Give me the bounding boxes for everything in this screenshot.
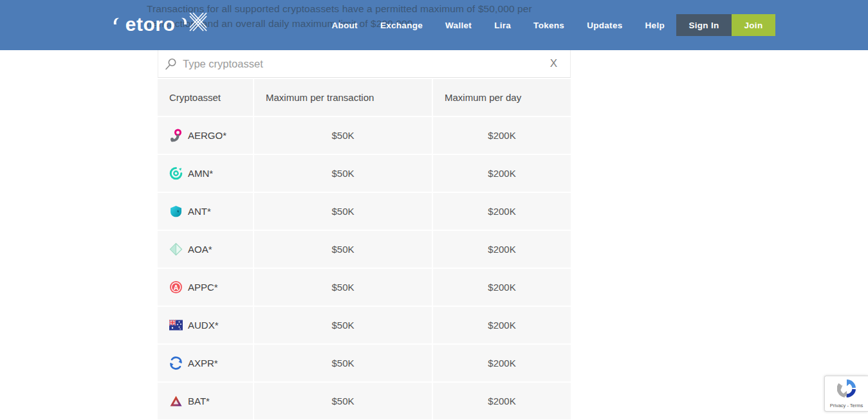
nav-item-wallet[interactable]: Wallet: [445, 21, 472, 30]
max-tx-cell: $50K: [254, 155, 432, 192]
max-tx-cell: $50K: [254, 117, 432, 154]
recaptcha-badge[interactable]: Privacy - Terms: [824, 376, 868, 412]
table-row[interactable]: AUDX* $50K $200K: [158, 307, 571, 343]
max-day-cell: $200K: [433, 269, 571, 306]
cryptoasset-limits-widget: X Cryptoasset Maximum per transaction Ma…: [158, 50, 571, 419]
nav-item-about[interactable]: About: [331, 21, 357, 30]
max-tx-cell: $50K: [254, 231, 432, 268]
max-day-cell: $200K: [433, 383, 571, 419]
asset-label: AOA*: [188, 244, 212, 255]
col-header-max-per-day: Maximum per day: [433, 79, 571, 116]
table-row[interactable]: AOA* $50K $200K: [158, 231, 571, 268]
table-row[interactable]: AERGO* $50K $200K: [158, 117, 571, 154]
asset-cell-audx[interactable]: AUDX*: [158, 307, 253, 343]
max-day-cell: $200K: [433, 155, 571, 192]
asset-label: APPC*: [188, 282, 218, 293]
table-header-row: Cryptoasset Maximum per transaction Maxi…: [158, 79, 571, 116]
asset-cell-aergo[interactable]: AERGO*: [158, 117, 253, 154]
asset-cell-amn[interactable]: AMN*: [158, 155, 253, 192]
svg-text:A: A: [174, 284, 179, 291]
table-row[interactable]: AXPR* $50K $200K: [158, 345, 571, 381]
axpr-icon: [169, 356, 183, 370]
col-header-cryptoasset: Cryptoasset: [158, 79, 253, 116]
recaptcha-privacy-terms[interactable]: Privacy - Terms: [830, 403, 863, 408]
close-icon[interactable]: X: [544, 57, 557, 70]
asset-cell-appc[interactable]: A APPC*: [158, 269, 253, 306]
appc-icon: A: [169, 280, 183, 294]
max-day-cell: $200K: [433, 193, 571, 230]
nav-item-lira[interactable]: Lira: [494, 21, 511, 30]
max-day-cell: $200K: [433, 307, 571, 343]
asset-label: BAT*: [188, 396, 210, 406]
max-day-cell: $200K: [433, 231, 571, 268]
nav-item-updates[interactable]: Updates: [587, 21, 622, 30]
table-row[interactable]: A APPC* $50K $200K: [158, 269, 571, 306]
asset-label: ANT*: [188, 206, 211, 217]
nav-item-exchange[interactable]: Exchange: [380, 21, 423, 30]
asset-label: AUDX*: [188, 320, 219, 331]
sign-in-button[interactable]: Sign In: [676, 14, 732, 36]
max-tx-cell: $50K: [254, 345, 432, 381]
nav-item-help[interactable]: Help: [645, 21, 665, 30]
main-nav: About Exchange Wallet Lira Tokens Update…: [0, 0, 868, 50]
col-header-max-per-transaction: Maximum per transaction: [254, 79, 432, 116]
asset-cell-bat[interactable]: BAT*: [158, 383, 253, 419]
amn-icon: [169, 167, 183, 180]
asset-cell-ant[interactable]: ANT*: [158, 193, 253, 230]
max-tx-cell: $50K: [254, 193, 432, 230]
asset-cell-axpr[interactable]: AXPR*: [158, 345, 253, 381]
aergo-icon: [169, 129, 183, 142]
nav-item-tokens[interactable]: Tokens: [533, 21, 564, 30]
max-day-cell: $200K: [433, 117, 571, 154]
search-input[interactable]: [183, 58, 544, 70]
cryptoasset-searchbar: X: [158, 50, 571, 78]
table-row[interactable]: ANT* $50K $200K: [158, 193, 571, 230]
max-tx-cell: $50K: [254, 269, 432, 306]
audx-icon: [169, 318, 183, 332]
table-row[interactable]: AMN* $50K $200K: [158, 155, 571, 192]
join-button[interactable]: Join: [732, 14, 775, 36]
asset-label: AERGO*: [188, 130, 226, 141]
aoa-icon: [169, 242, 183, 256]
max-tx-cell: $50K: [254, 383, 432, 419]
table-row[interactable]: BAT* $50K $200K: [158, 383, 571, 419]
max-tx-cell: $50K: [254, 307, 432, 343]
asset-label: AMN*: [188, 168, 213, 179]
recaptcha-icon: [837, 379, 856, 401]
ant-icon: [169, 205, 183, 218]
asset-cell-aoa[interactable]: AOA*: [158, 231, 253, 268]
bat-icon: [169, 394, 183, 408]
asset-label: AXPR*: [188, 358, 218, 369]
max-day-cell: $200K: [433, 345, 571, 381]
search-icon: [165, 58, 177, 70]
